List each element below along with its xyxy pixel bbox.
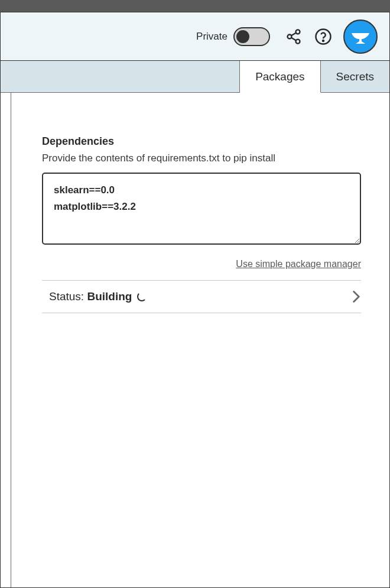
svg-line-4 [291, 37, 296, 40]
svg-line-3 [291, 33, 296, 35]
simple-manager-row: Use simple package manager [42, 259, 361, 269]
anvil-logo-button[interactable] [343, 20, 378, 54]
main-panel: Dependencies Provide the contents of req… [11, 93, 389, 587]
status-value: Building [87, 290, 132, 303]
simple-package-manager-link[interactable]: Use simple package manager [236, 259, 361, 269]
svg-point-0 [296, 30, 300, 34]
chevron-right-icon [353, 291, 360, 303]
requirements-input[interactable] [42, 173, 361, 245]
dependencies-title: Dependencies [42, 135, 361, 148]
left-rail [1, 93, 11, 587]
tab-secrets[interactable]: Secrets [321, 61, 389, 92]
svg-point-1 [288, 34, 292, 38]
svg-point-2 [296, 39, 300, 43]
tab-spacer [1, 61, 240, 92]
svg-point-6 [323, 40, 324, 41]
privacy-label: Private [196, 31, 228, 43]
spinner-icon [137, 292, 147, 301]
app-container: Private Packag [0, 12, 390, 588]
content-area: Dependencies Provide the contents of req… [1, 93, 389, 587]
toggle-knob [236, 30, 249, 43]
share-icon[interactable] [284, 27, 303, 46]
privacy-toggle[interactable] [233, 27, 270, 46]
help-icon[interactable] [314, 27, 333, 46]
status-text-wrap: Status: Building [49, 290, 147, 303]
dependencies-subtitle: Provide the contents of requirements.txt… [42, 152, 361, 164]
status-row[interactable]: Status: Building [42, 280, 361, 313]
header-bar: Private [1, 12, 389, 61]
tabs-row: Packages Secrets [1, 61, 389, 93]
tab-packages[interactable]: Packages [240, 61, 320, 93]
status-label: Status: [49, 290, 87, 303]
